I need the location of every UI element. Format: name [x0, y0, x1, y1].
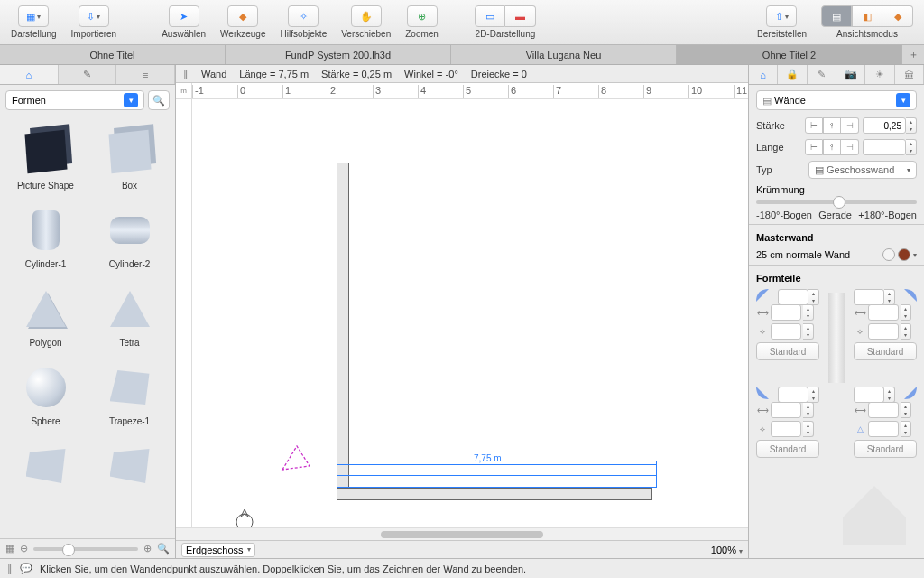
library-search-button[interactable]: 🔍 — [148, 90, 170, 110]
grid-icon: ▦ — [5, 543, 14, 555]
inspector-tab-edit[interactable]: ✎ — [808, 65, 836, 84]
shape-label: Picture Shape — [17, 181, 74, 191]
status-chat-icon: 💬 — [20, 563, 32, 574]
zoom-out-icon[interactable]: ⊖ — [20, 543, 28, 555]
wall-selection — [337, 475, 657, 488]
shape-cell[interactable]: Trapeze-1 — [89, 357, 170, 432]
ft-tl-h[interactable] — [771, 323, 801, 340]
ft-tr-h[interactable] — [868, 323, 899, 340]
shape-cell[interactable]: Tetra — [89, 278, 170, 353]
inspector-tab-lock[interactable]: 🔒 — [778, 65, 807, 84]
masterwall-title: Masterwand — [756, 232, 917, 243]
corner-tr-icon — [904, 289, 917, 302]
inspector-category-combo[interactable]: ▤ Wände▾ — [756, 90, 917, 110]
ft-tr-w[interactable] — [868, 304, 899, 321]
shape-preview — [110, 449, 150, 483]
shape-cell[interactable] — [5, 435, 86, 500]
shape-preview — [26, 449, 66, 483]
width-icon: ⟷ — [756, 308, 769, 317]
width-icon: ⟷ — [854, 406, 866, 415]
ft-tl-w[interactable] — [771, 304, 801, 321]
tools-button[interactable]: ◆ — [227, 5, 258, 27]
inspector-panel: ⌂ 🔒 ✎ 📷 ☀ 🏛 ▤ Wände▾ Stärke ⊢⫯⊣ ▴▾ Länge… — [748, 65, 924, 558]
shape-cell[interactable]: Cylinder-2 — [89, 200, 170, 275]
info-thickness: Stärke = 0,25 m — [321, 69, 392, 79]
select-tool[interactable]: ➤ — [169, 5, 199, 27]
length-stepper[interactable]: ▴▾ — [906, 139, 917, 155]
building-icon: 🏛 — [904, 70, 914, 80]
tab-0[interactable]: Ohne Titel — [0, 45, 226, 64]
curvature-slider[interactable] — [756, 200, 917, 204]
masterwall-dropdown[interactable]: ▾ — [913, 251, 917, 259]
library-tab-2[interactable]: ✎ — [59, 65, 117, 84]
library-category-combo[interactable]: Formen▾ — [5, 90, 144, 110]
tab-1[interactable]: FundP System 200.lh3d — [226, 45, 451, 64]
add-tab-button[interactable]: ＋ — [902, 45, 924, 64]
import-button[interactable]: ⇩▾ — [79, 5, 109, 27]
thickness-stepper[interactable]: ▴▾ — [906, 117, 917, 134]
curve-max-label: +180°-Bogen — [858, 210, 917, 220]
shape-cell[interactable]: Picture Shape — [5, 121, 86, 196]
view2d-segment[interactable]: ▭▬ — [475, 5, 536, 27]
inspector-tab-building[interactable]: 🏛 — [895, 65, 924, 84]
library-tab-3[interactable]: ≡ — [116, 65, 175, 84]
library-panel: ⌂ ✎ ≡ Formen▾ 🔍 Picture ShapeBoxCylinder… — [0, 65, 176, 558]
ft-bl-h[interactable] — [771, 421, 801, 437]
wall-vertical[interactable] — [337, 163, 349, 488]
dimension-label: 7,75 m — [472, 453, 504, 463]
shape-cell[interactable]: Polygon — [5, 278, 86, 353]
canvas-hscroll[interactable] — [176, 527, 748, 540]
shape-preview — [110, 291, 150, 327]
viewmode-segment[interactable]: ▤◧◆ — [821, 5, 913, 27]
swatch-brick — [898, 248, 910, 261]
ft-tl-standard[interactable]: Standard — [756, 342, 819, 360]
length-align-seg[interactable]: ⊢⫯⊣ — [805, 139, 859, 155]
curve-mid-label: Gerade — [818, 210, 852, 220]
tab-3[interactable]: Ohne Titel 2 — [677, 45, 902, 64]
display-button[interactable]: ▦▾ — [18, 5, 49, 27]
corner-tl-icon — [756, 289, 769, 302]
thickness-align-seg[interactable]: ⊢⫯⊣ — [805, 117, 859, 134]
move-tool[interactable]: ✋ — [351, 5, 382, 27]
wall-horizontal[interactable] — [337, 488, 652, 500]
drawing-canvas[interactable]: 7,75 m — [192, 99, 748, 527]
ft-br-standard[interactable]: Standard — [854, 440, 917, 458]
shape-cell[interactable] — [89, 435, 170, 500]
floor-selector[interactable]: Erdgeschoss▾ — [181, 543, 255, 557]
share-button[interactable]: ⇧▾ — [766, 5, 797, 27]
ft-tr-radius[interactable] — [854, 289, 884, 305]
search-icon[interactable]: 🔍 — [157, 543, 170, 555]
library-tab-shapes[interactable]: ⌂ — [0, 65, 59, 84]
shape-cell[interactable]: Sphere — [5, 357, 86, 432]
ft-bl-radius[interactable] — [778, 387, 808, 403]
ft-br-w[interactable] — [868, 402, 899, 418]
type-combo[interactable]: ▤ Geschosswand▾ — [808, 161, 917, 179]
zoom-in-icon[interactable]: ⊕ — [143, 543, 152, 555]
zoom-tool[interactable]: ⊕ — [407, 5, 438, 27]
shape-label: Box — [122, 181, 137, 191]
inspector-tab-camera[interactable]: 📷 — [836, 65, 865, 84]
ft-bl-standard[interactable]: Standard — [756, 440, 819, 458]
shape-preview — [24, 130, 67, 173]
info-bar: ‖ Wand Länge = 7,75 m Stärke = 0,25 m Wi… — [176, 65, 748, 83]
inspector-tab-light[interactable]: ☀ — [865, 65, 894, 84]
sketch-icon: ✎ — [83, 69, 91, 80]
ft-bl-w[interactable] — [771, 402, 801, 418]
length-input[interactable] — [863, 139, 906, 155]
status-bar: ‖ 💬 Klicken Sie, um den Wandendpunkt aus… — [0, 558, 924, 578]
library-zoom-slider[interactable] — [33, 547, 138, 551]
thickness-input[interactable] — [863, 117, 906, 134]
status-hint: Klicken Sie, um den Wandendpunkt auszuwä… — [40, 564, 526, 574]
ft-tr-standard[interactable]: Standard — [854, 342, 917, 360]
shape-cell[interactable]: Box — [89, 121, 170, 196]
ft-br-h[interactable] — [868, 421, 899, 437]
canvas-zoom-label[interactable]: 100% ▾ — [711, 545, 743, 555]
cursor-triangle-icon — [279, 443, 313, 473]
ft-br-radius[interactable] — [854, 387, 884, 403]
tab-2[interactable]: Villa Lugana Neu — [451, 45, 677, 64]
height-icon: ⟡ — [756, 327, 769, 337]
guides-button[interactable]: ✧ — [288, 5, 319, 27]
ft-tl-radius[interactable] — [778, 289, 808, 305]
shape-cell[interactable]: Cylinder-1 — [5, 200, 86, 275]
inspector-tab-properties[interactable]: ⌂ — [749, 65, 778, 84]
